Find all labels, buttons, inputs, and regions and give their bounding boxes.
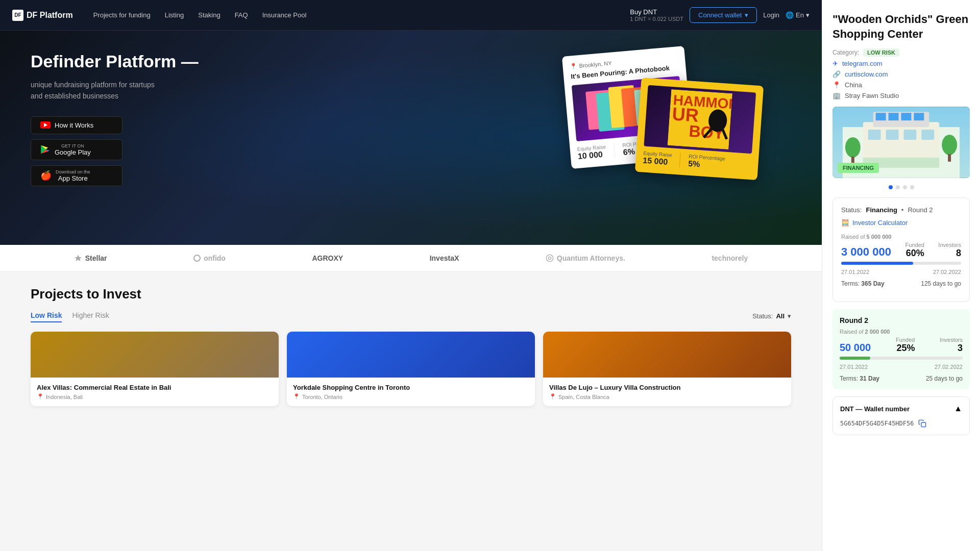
connect-wallet-button[interactable]: Connect wallet ▾: [690, 7, 757, 23]
chevron-up-icon[interactable]: ▲: [954, 404, 962, 413]
buy-dnt-label: Buy DNT: [630, 8, 683, 16]
logo-icon: DF: [12, 10, 23, 21]
terms-row: Terms: 365 Day 125 days to go: [841, 280, 961, 287]
svg-point-30: [942, 135, 957, 155]
location-icon-2: 📍: [549, 393, 556, 400]
project-cards-list: Alex Villas: Commercial Real Estate in B…: [31, 332, 791, 406]
investor-calculator-link[interactable]: 🧮 Investor Calculator: [841, 219, 961, 227]
partner-stellar: Stellar: [74, 254, 107, 262]
buy-dnt-rate: 1 DNT = 0.022 USDT: [630, 16, 683, 22]
status-label: Status:: [841, 206, 862, 214]
dot-3[interactable]: [903, 185, 907, 189]
svg-rect-20: [889, 113, 899, 120]
project-card-2[interactable]: Villas De Lujo – Luxury Villa Constructi…: [543, 332, 791, 406]
project-card-2-title: Villas De Lujo – Luxury Villa Constructi…: [549, 384, 785, 391]
meta-publisher-row: 🏢 Stray Fawn Studio: [832, 92, 970, 99]
nav-right: Buy DNT 1 DNT = 0.022 USDT Connect walle…: [630, 7, 810, 23]
login-button[interactable]: Login: [763, 11, 779, 19]
svg-point-13: [546, 255, 553, 261]
wallet-header: DNT — Wallet number ▲: [840, 404, 962, 413]
hero-title: Definder Platform —: [31, 51, 199, 72]
wallet-section: DNT — Wallet number ▲ 5G654DF5G4D5F45HDF…: [832, 396, 970, 435]
nav-faq[interactable]: FAQ: [235, 11, 248, 19]
funded-col: Funded 60%: [905, 242, 924, 259]
svg-marker-12: [75, 255, 81, 261]
project-card-1[interactable]: Yorkdale Shopping Centre in Toronto 📍 To…: [287, 332, 535, 406]
status-chevron-icon[interactable]: ▾: [788, 312, 791, 320]
status-filter: Status: All ▾: [752, 312, 791, 320]
partners-bar: Stellar onfido AGROXY InvestaX Quantum A…: [0, 245, 822, 272]
round2-funded-col: Funded 25%: [896, 337, 915, 354]
google-play-text: GET IT ON Google Play: [55, 143, 91, 156]
svg-point-28: [845, 137, 861, 158]
nav-staking[interactable]: Staking: [198, 11, 220, 19]
nav-projects[interactable]: Projects for funding: [93, 11, 151, 19]
project-card-float-2[interactable]: HAMMOND UR BOY Equity Raise 15 000: [635, 78, 764, 180]
hero-subtitle: unique fundraising platform for startups…: [31, 79, 199, 102]
partner-onfido: onfido: [193, 254, 226, 262]
wallet-address: 5G654DF5G4D5F45HDF56: [840, 419, 962, 428]
status-section: Status: Financing • Round 2 🧮 Investor C…: [832, 197, 970, 302]
project-card-2-image: [543, 332, 791, 378]
google-play-button[interactable]: GET IT ON Google Play: [31, 139, 122, 160]
website-link[interactable]: curtisclow.com: [845, 70, 888, 78]
panel-image: FINANCING: [832, 107, 970, 178]
how-it-works-button[interactable]: How it Works: [31, 116, 122, 134]
raised-cols: 3 000 000 Funded 60% Investors 8: [841, 242, 961, 259]
svg-rect-24: [886, 130, 899, 140]
app-store-text: Download on the App Store: [56, 169, 90, 182]
project-card-0-location: 📍 Indonesia, Bali: [37, 393, 273, 400]
logo[interactable]: DF DF Platform: [12, 10, 73, 21]
round2-date-row: 27.01.2022 27.02.2022: [840, 364, 963, 370]
partner-quantum: Quantum Attorneys.: [546, 254, 625, 262]
location-icon: 📍: [570, 62, 577, 69]
panel-meta: Category: LOW RISK ✈ telegram.com 🔗 curt…: [832, 48, 970, 99]
round2-title: Round 2: [840, 316, 963, 324]
language-button[interactable]: 🌐 En ▾: [786, 11, 810, 19]
separator: •: [901, 206, 904, 214]
calculator-icon: 🧮: [841, 219, 849, 227]
link-icon: 🔗: [832, 70, 841, 78]
location-icon-1: 📍: [293, 393, 300, 400]
tab-low-risk[interactable]: Low Risk: [31, 309, 62, 322]
project-card-0-body: Alex Villas: Commercial Real Estate in B…: [31, 378, 279, 406]
app-store-button[interactable]: 🍎 Download on the App Store: [31, 165, 122, 186]
hero-content: Definder Platform — unique fundraising p…: [31, 51, 199, 186]
meta-category-row: Category: LOW RISK: [832, 48, 970, 57]
progress-bar-fill: [841, 262, 913, 265]
dot-4[interactable]: [910, 185, 914, 189]
project-card-0-image: [31, 332, 279, 378]
round2-progress-bar: [840, 357, 963, 360]
project-card-0-title: Alex Villas: Commercial Real Estate in B…: [37, 384, 273, 391]
copy-icon[interactable]: [918, 419, 926, 428]
project-card-1-title: Yorkdale Shopping Centre in Toronto: [293, 384, 529, 391]
card2-stats: Equity Raise 15 000 ROI Percentage 5%: [643, 150, 752, 172]
nav-insurance[interactable]: Insurance Pool: [262, 11, 307, 19]
panel-publisher: Stray Fawn Studio: [845, 92, 899, 99]
partner-agroxy: AGROXY: [312, 254, 343, 262]
tab-higher-risk[interactable]: Higher Risk: [72, 309, 109, 322]
dot-2[interactable]: [896, 185, 900, 189]
status-row: Status: Financing • Round 2: [841, 206, 961, 214]
projects-title: Projects to Invest: [31, 286, 791, 302]
progress-bar: [841, 262, 961, 265]
card2-image: HAMMOND UR BOY: [644, 85, 756, 154]
project-card-2-location: 📍 Spain, Costa Blanca: [549, 393, 785, 400]
hero-buttons: How it Works GET IT ON Google Play: [31, 116, 199, 186]
building-icon: 🏢: [832, 92, 841, 99]
project-card-2-body: Villas De Lujo – Luxury Villa Constructi…: [543, 378, 791, 406]
nav-listing[interactable]: Listing: [165, 11, 184, 19]
round2-section: Round 2 Raised of 2 000 000 50 000 Funde…: [832, 309, 970, 389]
round2-investors-col: Investors 3: [940, 337, 963, 354]
navbar: DF DF Platform Projects for funding List…: [0, 0, 822, 31]
project-card-1-location: 📍 Toronto, Ontario: [293, 393, 529, 400]
project-card-0[interactable]: Alex Villas: Commercial Real Estate in B…: [31, 332, 279, 406]
wallet-title: DNT — Wallet number: [840, 405, 910, 413]
dot-1[interactable]: [889, 185, 893, 189]
panel-dots: [832, 185, 970, 189]
youtube-icon: [40, 121, 51, 129]
svg-point-14: [548, 257, 551, 259]
map-pin-icon: 📍: [832, 81, 841, 89]
financing-badge: FINANCING: [838, 163, 879, 173]
telegram-link[interactable]: telegram.com: [842, 60, 883, 67]
